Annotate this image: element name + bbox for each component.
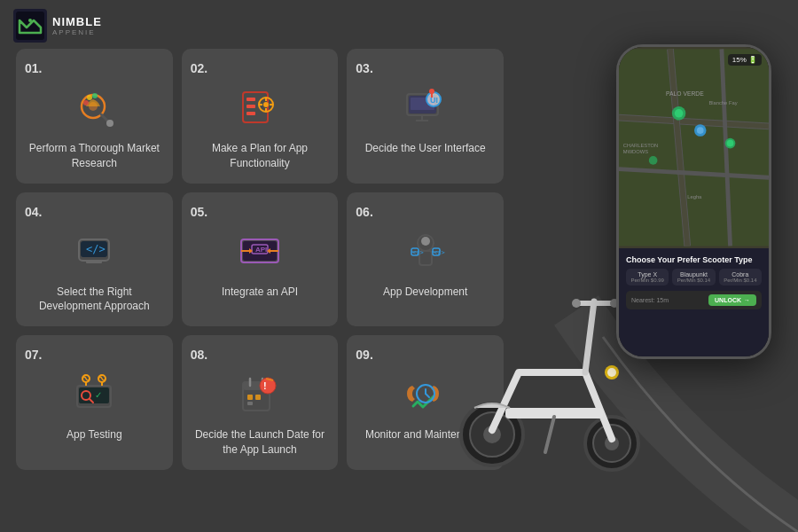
- card-3: 03. UI Decide the User Interface: [347, 49, 504, 184]
- card-2: 02. Make a Plan for App Functionality: [182, 49, 339, 184]
- svg-point-100: [572, 299, 581, 308]
- svg-rect-11: [246, 98, 255, 101]
- scooter-name-2: Blaupunkt: [676, 271, 711, 278]
- svg-point-80: [675, 109, 684, 118]
- nearest-distance: Nearest: 15m: [631, 297, 669, 303]
- svg-rect-64: [255, 395, 261, 400]
- svg-rect-51: [79, 387, 109, 403]
- svg-text:</>: </>: [434, 249, 445, 256]
- battery-level: 15%: [732, 56, 747, 64]
- svg-text:API: API: [255, 246, 267, 254]
- brand-sub: APPENIE: [52, 28, 102, 36]
- phone-shell: PALO VERDE CHARLESTON MWDOWS Blanche Fay…: [616, 44, 771, 359]
- scooter-type-2[interactable]: Blaupunkt Per/Min $0.14: [672, 269, 715, 286]
- scooter-name-3: Cobra: [723, 271, 758, 278]
- card-4: 04. </> Select the Right Development App…: [16, 192, 173, 327]
- svg-text:CHARLESTON: CHARLESTON: [623, 143, 658, 148]
- svg-point-103: [607, 368, 616, 377]
- logo-icon: [13, 9, 47, 43]
- card-3-icon: UI: [399, 81, 452, 134]
- arrow-icon: →: [744, 297, 750, 303]
- svg-point-9: [92, 93, 98, 98]
- choose-scooter-label: Choose Your Prefer Scooter Type: [626, 255, 762, 264]
- phone-screen: PALO VERDE CHARLESTON MWDOWS Blanche Fay…: [619, 47, 769, 356]
- battery-icon: 🔋: [748, 56, 757, 64]
- svg-point-42: [421, 237, 430, 246]
- svg-rect-12: [246, 105, 255, 108]
- svg-line-104: [545, 417, 554, 452]
- svg-rect-13: [246, 112, 255, 115]
- card-2-label: Make a Plan for App Functionality: [191, 141, 330, 171]
- svg-text:PALO VERDE: PALO VERDE: [666, 90, 704, 97]
- card-2-num: 02.: [191, 61, 207, 75]
- card-9-num: 09.: [356, 348, 372, 362]
- unlock-button[interactable]: UNLOCK →: [708, 294, 756, 306]
- svg-point-8: [87, 95, 92, 100]
- svg-point-66: [260, 378, 276, 394]
- svg-point-28: [429, 89, 434, 94]
- svg-point-2: [28, 19, 32, 22]
- card-1-icon: [67, 81, 121, 134]
- map-background: PALO VERDE CHARLESTON MWDOWS Blanche Fay…: [619, 47, 769, 248]
- svg-text:</>: </>: [86, 243, 106, 255]
- scooter-type-3[interactable]: Cobra Per/Min $0.14: [719, 269, 762, 286]
- svg-rect-63: [247, 395, 253, 400]
- card-1: 01. Perform a Thorough Market Research: [16, 49, 173, 184]
- svg-line-98: [585, 301, 594, 372]
- svg-text:Legha: Legha: [687, 194, 702, 200]
- battery-badge: 15% 🔋: [728, 54, 762, 66]
- svg-point-7: [83, 100, 89, 106]
- card-4-label: Select the Right Development Approach: [25, 285, 164, 315]
- card-8-num: 08.: [191, 348, 207, 362]
- card-8-label: Decide the Launch Date for the App Launc…: [191, 427, 330, 458]
- card-7-icon: ✓: [67, 367, 121, 420]
- card-7-label: App Testing: [66, 427, 122, 442]
- svg-text:MWDOWS: MWDOWS: [623, 149, 648, 154]
- card-2-icon: [233, 81, 286, 134]
- card-4-num: 04.: [25, 205, 42, 219]
- svg-point-82: [727, 140, 734, 147]
- brand-name: NIMBLE: [52, 15, 102, 28]
- card-5-label: Integrate an API: [222, 285, 298, 300]
- card-5-icon: API: [233, 224, 286, 278]
- svg-point-6: [106, 120, 113, 127]
- scooter-price-2: Per/Min $0.14: [676, 278, 711, 283]
- scooter-name-1: Type X: [630, 271, 665, 278]
- svg-text:</>: </>: [412, 249, 424, 256]
- scooter-price-1: Per/Min $0.99: [630, 278, 665, 283]
- unlock-bar: Nearest: 15m UNLOCK →: [626, 291, 762, 309]
- svg-point-83: [649, 156, 658, 165]
- card-5-num: 05.: [191, 205, 207, 219]
- card-8: 08. ! Decide the Launch Date for the App…: [182, 335, 339, 470]
- scooter-type-1[interactable]: Type X Per/Min $0.99: [626, 269, 669, 286]
- card-8-icon: !: [233, 367, 286, 420]
- header: NIMBLE APPENIE: [13, 9, 102, 43]
- unlock-label: UNLOCK: [715, 297, 741, 303]
- svg-line-71: [426, 394, 429, 397]
- logo-text: NIMBLE APPENIE: [52, 15, 102, 36]
- svg-text:!: !: [263, 380, 267, 391]
- scooter-price-3: Per/Min $0.14: [723, 278, 758, 283]
- svg-rect-65: [247, 402, 253, 405]
- card-7-num: 07.: [25, 348, 42, 362]
- svg-text:✓: ✓: [95, 390, 102, 400]
- card-3-label: Decide the User Interface: [365, 141, 486, 156]
- card-1-label: Perform a Thorough Market Research: [25, 141, 164, 171]
- card-1-num: 01.: [25, 61, 42, 75]
- card-4-icon: </>: [67, 224, 121, 278]
- svg-rect-32: [86, 261, 102, 263]
- phone-bottom-panel: Choose Your Prefer Scooter Type Type X P…: [619, 248, 769, 356]
- steps-grid: 01. Perform a Thorough Market Research 0…: [16, 49, 504, 470]
- card-5: 05. API Integrate an API: [182, 192, 339, 327]
- svg-point-15: [263, 102, 269, 107]
- svg-point-85: [697, 127, 704, 134]
- card-3-num: 03.: [356, 61, 372, 75]
- scooter-types-list: Type X Per/Min $0.99 Blaupunkt Per/Min $…: [626, 269, 762, 286]
- card-7: 07. ✓ App Testing: [16, 335, 173, 470]
- svg-text:Blanche Fay: Blanche Fay: [708, 100, 737, 106]
- card-6-num: 06.: [356, 205, 372, 219]
